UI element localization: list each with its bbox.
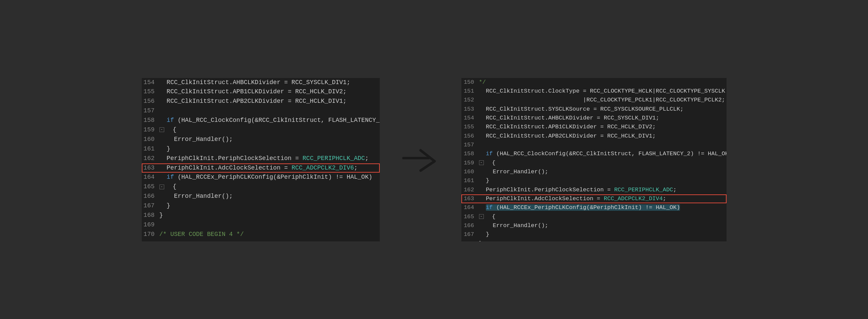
code-line: 155 RCC_ClkInitStruct.APB1CLKDivider = R… [142, 87, 380, 97]
right-code-panel: 150 */ 151 RCC_ClkInitStruct.ClockType =… [461, 78, 727, 241]
code-line: 159 - { [142, 125, 380, 135]
code-line: 168 } [461, 239, 727, 241]
code-line: 155 RCC_ClkInitStruct.APB1CLKDivider = R… [461, 123, 727, 131]
code-line: 150 */ [461, 78, 727, 87]
code-line: 167 } [461, 230, 727, 239]
code-line: 153 RCC_ClkInitStruct.SYSCLKSource = RCC… [461, 105, 727, 114]
highlighted-code-line: 163 PeriphClkInit.AdcClockSelection = RC… [461, 194, 727, 203]
code-line: 157 [461, 141, 727, 149]
fold-icon[interactable]: - [479, 214, 484, 219]
code-line: 157 [142, 106, 380, 116]
code-line: 156 RCC_ClkInitStruct.APB2CLKDivider = R… [142, 97, 380, 106]
left-code-panel: 154 RCC_ClkInitStruct.AHBCLKDivider = RC… [142, 78, 380, 241]
code-line: 158 if (HAL_RCC_ClockConfig(&RCC_ClkInit… [142, 116, 380, 125]
code-line: 166 Error_Handler(); [142, 192, 380, 201]
arrow-icon [402, 146, 439, 173]
fold-icon[interactable]: - [479, 160, 484, 165]
code-line: 166 Error_Handler(); [461, 221, 727, 230]
code-line: 152 |RCC_CLOCKTYPE_PCLK1|RCC_CLOCKTYPE_P… [461, 96, 727, 105]
code-line: 156 RCC_ClkInitStruct.APB2CLKDivider = R… [461, 132, 727, 141]
code-line: 154 RCC_ClkInitStruct.AHBCLKDivider = RC… [461, 114, 727, 123]
code-line: 159 - { [461, 159, 727, 168]
main-container: 154 RCC_ClkInitStruct.AHBCLKDivider = RC… [0, 0, 868, 319]
code-line: 169 [142, 220, 380, 230]
code-line: 151 RCC_ClkInitStruct.ClockType = RCC_CL… [461, 87, 727, 96]
code-line: 164 if (HAL_RCCEx_PeriphCLKConfig(&Perip… [142, 173, 380, 182]
code-line: 164 if (HAL_RCCEx_PeriphCLKConfig(&Perip… [461, 203, 727, 212]
code-line: 160 Error_Handler(); [142, 135, 380, 144]
code-line: 170 /* USER CODE BEGIN 4 */ [142, 230, 380, 239]
code-line: 162 PeriphClkInit.PeriphClockSelection =… [461, 186, 727, 194]
highlighted-code-line: 163 PeriphClkInit.AdcClockSelection = RC… [142, 163, 380, 173]
code-line: 168 } [142, 211, 380, 220]
code-line: 161 } [461, 176, 727, 185]
code-line: 160 Error_Handler(); [461, 168, 727, 176]
code-line: 158 if (HAL_RCC_ClockConfig(&RCC_ClkInit… [461, 149, 727, 158]
code-line: 162 PeriphClkInit.PeriphClockSelection =… [142, 154, 380, 163]
code-line: 154 RCC_ClkInitStruct.AHBCLKDivider = RC… [142, 78, 380, 87]
arrow-container [400, 146, 441, 173]
fold-icon[interactable]: - [159, 127, 164, 132]
code-line: 165 - { [461, 212, 727, 221]
code-line: 161 } [142, 144, 380, 154]
code-line: 165 - { [142, 182, 380, 192]
fold-icon[interactable]: - [159, 185, 164, 189]
code-line: 167 } [142, 201, 380, 211]
